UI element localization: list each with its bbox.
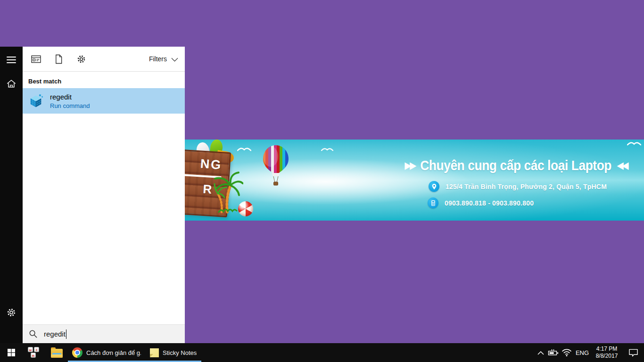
result-subtitle: Run command — [50, 102, 90, 109]
seagull-icon — [321, 147, 333, 152]
search-query-text: regedit — [44, 330, 66, 338]
filters-label: Filters — [149, 55, 167, 63]
chevron-down-icon — [171, 58, 178, 62]
settings-button[interactable] — [0, 302, 23, 323]
chevron-up-icon — [537, 351, 544, 355]
language-indicator[interactable]: ENG — [573, 343, 591, 362]
search-input[interactable]: regedit — [23, 324, 185, 343]
search-flyout: Filters Best match regedit Run command r… — [0, 47, 185, 343]
sticky-notes-icon — [150, 348, 159, 357]
wifi-icon — [561, 348, 572, 357]
windows-logo-icon — [8, 349, 15, 356]
arrow-right-icon: ▶▶ — [405, 161, 414, 171]
registry-editor-icon — [29, 94, 43, 108]
home-icon — [6, 79, 17, 89]
document-icon — [54, 54, 63, 64]
unikey-icon: uin — [27, 346, 41, 359]
banner-headline: ▶▶ Chuyên cung cấp các loại Laptop ◀◀ — [405, 157, 627, 173]
taskbar-item-chrome[interactable]: Cách đơn giản để g... — [68, 343, 146, 362]
apps-icon — [31, 55, 41, 64]
location-pin-icon — [429, 181, 439, 192]
network-status-button[interactable] — [560, 343, 573, 362]
banner-phone-row: 0903.890.818 - 0903.890.800 — [428, 197, 534, 208]
result-title: regedit — [50, 93, 90, 101]
best-match-label: Best match — [28, 78, 179, 85]
banner-address-row: 125/4 Trần Bình Trọng, Phường 2, Quận 5,… — [429, 181, 607, 192]
search-rail — [0, 47, 23, 343]
system-tray: ENG 4:17 PM 8/8/2017 — [535, 343, 644, 362]
search-results-panel: Filters Best match regedit Run command r… — [23, 47, 185, 343]
best-match-result-regedit[interactable]: regedit Run command — [23, 88, 185, 114]
search-filter-bar: Filters — [23, 47, 185, 72]
banner-headline-text: Chuyên cung cấp các loại Laptop — [420, 157, 611, 173]
banner-phone-text: 0903.890.818 - 0903.890.800 — [445, 199, 534, 207]
taskbar-item-unikey[interactable]: uin — [23, 343, 45, 362]
home-button[interactable] — [0, 73, 23, 94]
clock-time: 4:17 PM — [596, 346, 618, 353]
show-hidden-icons-button[interactable] — [535, 343, 547, 362]
filter-settings-button[interactable] — [72, 49, 91, 68]
hamburger-menu-icon — [7, 55, 16, 65]
action-center-button[interactable] — [622, 343, 644, 362]
filter-documents-button[interactable] — [49, 49, 68, 68]
gear-icon — [76, 54, 86, 64]
beach-ball-icon — [238, 201, 253, 216]
gear-icon — [6, 307, 17, 318]
search-icon — [29, 329, 38, 338]
clock-date: 8/8/2017 — [596, 353, 618, 360]
filters-dropdown[interactable]: Filters — [149, 55, 185, 63]
battery-status-button[interactable] — [547, 343, 560, 362]
chrome-icon — [72, 347, 83, 358]
sticky-notes-title: Sticky Notes — [163, 349, 197, 356]
phone-calculator-icon — [428, 197, 438, 208]
seagull-icon — [627, 140, 641, 146]
text-caret — [66, 329, 67, 339]
clock[interactable]: 4:17 PM 8/8/2017 — [591, 346, 622, 360]
taskbar-item-sticky-notes[interactable]: Sticky Notes — [146, 343, 201, 362]
chrome-window-title: Cách đơn giản để g... — [86, 349, 141, 356]
arrow-left-icon: ◀◀ — [617, 161, 627, 171]
filter-apps-button[interactable] — [26, 49, 45, 68]
banner-address-text: 125/4 Trần Bình Trọng, Phường 2, Quận 5,… — [446, 183, 607, 190]
language-code: ENG — [576, 349, 589, 356]
seagull-icon — [237, 146, 251, 152]
hot-air-balloon-icon — [262, 144, 289, 187]
file-explorer-icon — [51, 349, 63, 358]
taskbar-item-file-explorer[interactable] — [45, 343, 68, 362]
expand-menu-button[interactable] — [0, 49, 23, 70]
result-text: regedit Run command — [50, 93, 90, 109]
action-center-icon — [628, 348, 638, 357]
battery-charging-icon — [548, 349, 559, 356]
start-button[interactable] — [0, 343, 23, 362]
taskbar: uin Cách đơn giản để g... Sticky Notes E… — [0, 343, 644, 362]
